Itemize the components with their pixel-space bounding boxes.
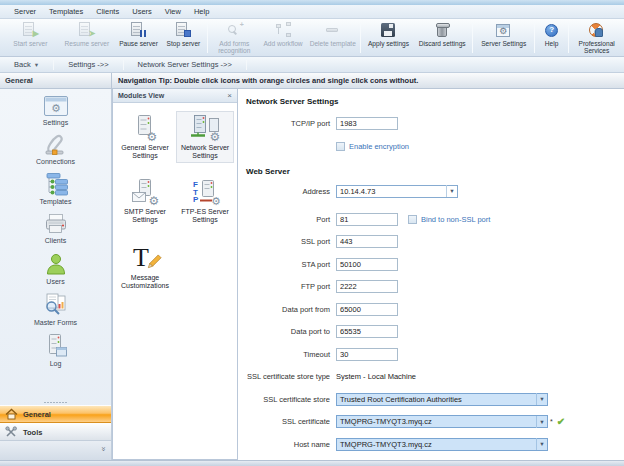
menu-clients[interactable]: Clients [96,7,119,16]
tools-icon [5,426,18,438]
ssl-store-combobox[interactable]: Trusted Root Certification Authorities ▼ [336,393,548,406]
add-forms-recognition-icon: + [226,22,243,39]
module-general-server-settings[interactable]: ⚙ General Server Settings [116,111,174,163]
data-port-to-label: Data port to [246,327,336,336]
ftp-es-server-settings-icon: F T P ⚙ [188,178,222,206]
sidebar-item-master-forms[interactable]: Master Forms [34,292,77,326]
menu-users[interactable]: Users [132,7,152,16]
delete-template-icon [324,22,341,39]
settings-window-gear-icon: ⚙ [43,94,69,118]
data-port-to-input[interactable] [336,325,398,338]
resume-server-button[interactable]: ➤ Resume server [59,20,116,56]
menu-help[interactable]: Help [194,7,209,16]
data-port-from-input[interactable] [336,303,398,316]
module-network-server-settings[interactable]: ⚙ Network Server Settings [176,111,234,163]
sidebar-section-tools[interactable]: Tools [0,423,111,441]
breadcrumb-network-server-settings[interactable]: Network Server Settings ->> [124,57,246,72]
close-icon[interactable]: × [227,91,232,100]
tcpip-port-input[interactable] [336,117,398,130]
toolbar-separator [568,23,569,53]
svg-text:T: T [133,243,149,272]
host-name-combobox[interactable]: TMQPRG-TMYQT3.myq.cz ▼ [336,438,548,451]
address-combobox[interactable]: 10.14.4.73 ▼ [336,185,458,198]
sidebar-item-templates[interactable]: Templates [40,172,72,205]
start-server-button[interactable]: ▶ Start server [2,20,59,56]
sidebar-item-users[interactable]: Users [43,251,69,285]
documents-magnifier-icon [41,292,69,318]
toolbar-separator [472,23,473,53]
modules-view-panel: Modules View × ⚙ General Server Settings [112,89,238,460]
professional-services-icon [588,22,605,39]
delete-template-button[interactable]: Delete template [307,20,358,56]
sidebar-section-general[interactable]: General [0,405,111,423]
back-button[interactable]: Back ▼ [0,57,53,72]
valid-check-icon: ✔ [557,416,565,427]
timeout-input[interactable] [336,348,398,361]
apply-settings-icon [380,22,397,39]
required-asterisk: * [550,418,553,425]
pause-server-button[interactable]: Pause server [115,20,162,56]
server-settings-icon: ⚙ [495,22,512,39]
toolbar-separator [534,23,535,53]
ftp-port-input[interactable] [336,280,398,293]
ssl-store-label: SSL certificate store [246,395,336,404]
host-name-label: Host name [246,440,336,449]
menu-templates[interactable]: Templates [49,7,83,16]
svg-text:⚙: ⚙ [51,102,61,114]
navigation-tip: Navigation Tip: Double click icons with … [112,73,624,89]
workflow-tree-icon [43,172,69,197]
svg-text:⚙: ⚙ [211,195,221,206]
svg-text:P: P [193,195,199,204]
sidebar-item-settings[interactable]: ⚙ Settings [43,94,69,126]
help-button[interactable]: ? Help [537,20,566,56]
ftp-port-label: FTP port [246,282,336,291]
menu-view[interactable]: View [165,7,181,16]
collapse-chevron-icon[interactable]: » [98,447,108,451]
message-customizations-icon: T [128,242,162,272]
paperclip-connection-icon [42,133,68,157]
stop-server-button[interactable]: Stop server [162,20,205,56]
dropdown-arrow-icon[interactable]: ▼ [446,185,457,197]
sta-port-input[interactable] [336,258,398,271]
breadcrumb-settings[interactable]: Settings ->> [54,57,122,72]
tcpip-port-label: TCP/IP port [246,119,336,128]
stop-server-icon [175,22,192,39]
ssl-port-input[interactable] [336,235,398,248]
toolbar: ▶ Start server ➤ Resume server Pause ser… [0,19,624,57]
section-title-web-server: Web Server [246,167,624,176]
port-input[interactable] [336,213,398,226]
discard-settings-button[interactable]: Discard settings [414,20,471,56]
add-workflow-button[interactable]: Add workflow [259,20,308,56]
sidebar-item-clients[interactable]: Clients [43,212,69,244]
sidebar-footer: » [0,441,111,460]
professional-services-button[interactable]: Professional Services [571,20,622,56]
module-message-customizations[interactable]: T Message Customizations [116,239,174,293]
enable-encryption-checkbox[interactable] [336,142,345,151]
pause-server-icon [130,22,147,39]
sta-port-label: STA port [246,260,336,269]
ssl-store-type-value: System - Local Machine [336,372,416,381]
apply-settings-button[interactable]: Apply settings [363,20,414,56]
enable-encryption-label: Enable encryption [349,142,409,151]
ssl-certificate-combobox[interactable]: TMQPRG-TMYQT3.myq.cz ▼ [336,415,548,428]
sidebar-item-log[interactable]: Log [43,333,69,367]
status-bar [0,460,624,466]
breadcrumb-separator [246,60,247,70]
bind-non-ssl-checkbox[interactable] [408,215,417,224]
module-ftp-es-server-settings[interactable]: F T P ⚙ FTP-ES Server Settings [176,175,234,227]
server-settings-button[interactable]: ⚙ Server Settings [475,20,532,56]
navigation-bar: Back ▼ Settings ->> Network Server Setti… [0,57,624,73]
dropdown-arrow-icon[interactable]: ▼ [536,416,547,428]
add-forms-recognition-button[interactable]: + Add forms recognition [210,20,259,56]
back-dropdown-icon: ▼ [34,62,39,68]
smtp-server-settings-icon: ⚙ [129,178,161,206]
module-smtp-server-settings[interactable]: ⚙ SMTP Server Settings [116,175,174,227]
svg-text:⚙: ⚙ [147,130,158,142]
dropdown-arrow-icon[interactable]: ▼ [536,393,547,405]
sidebar-item-connections[interactable]: Connections [36,133,75,165]
address-label: Address [246,187,336,196]
server-log-icon [43,333,69,359]
menu-server[interactable]: Server [14,7,36,16]
dropdown-arrow-icon[interactable]: ▼ [536,438,547,450]
network-server-settings-icon: ⚙ [188,114,222,142]
